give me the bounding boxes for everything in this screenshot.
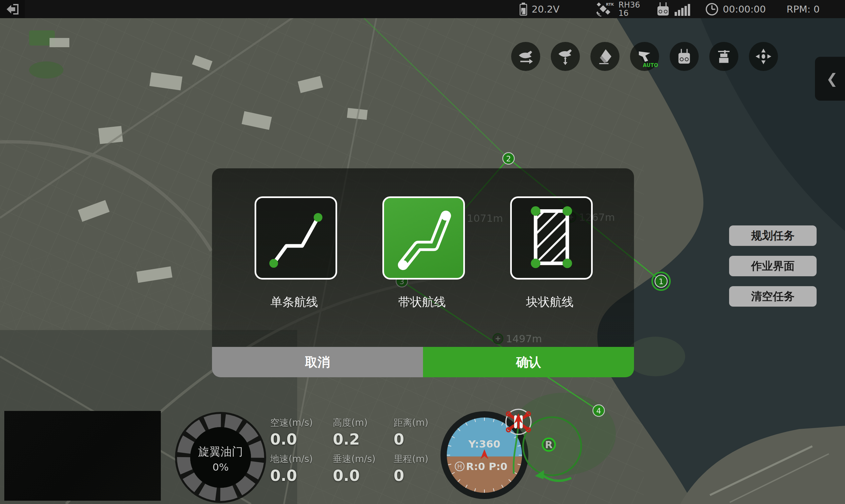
battery-voltage: 20.2V [532, 4, 559, 15]
remote-controller-icon [655, 2, 671, 17]
route-card-band[interactable] [382, 196, 465, 280]
flight-time-status: 00:00:00 [705, 0, 766, 18]
remote-controller-icon [675, 48, 693, 65]
chevron-left-icon: ❮ [826, 71, 838, 87]
auto-mode-label: AUTO [643, 62, 658, 68]
block-route-icon [512, 198, 591, 278]
band-route-icon [384, 198, 463, 278]
rpm-value: RPM: 0 [787, 4, 820, 15]
link-signal-status [655, 0, 691, 18]
rtk-satellite-count: 16 [618, 9, 640, 18]
layers-stack-icon [715, 48, 733, 65]
metric-airspeed: 空速(m/s) 0.0 [270, 416, 313, 448]
battery-icon [519, 3, 528, 16]
metric-label: 高度(m) [333, 416, 368, 429]
plane-landing-icon [557, 48, 574, 65]
cancel-button[interactable]: 取消 [212, 347, 423, 377]
clear-mission-button[interactable]: 清空任务 [729, 286, 816, 307]
single-line-route-icon [256, 198, 335, 278]
radius-badge[interactable]: R [543, 438, 555, 451]
waypoint-1[interactable]: 1 [652, 272, 670, 290]
route-label-band: 带状航线 [381, 294, 463, 310]
plan-mission-button[interactable]: 规划任务 [729, 226, 816, 246]
throttle-gauge: 旋翼油门 0% [174, 411, 267, 504]
metric-value: 0.2 [333, 430, 368, 448]
metric-value: 0.0 [270, 467, 313, 485]
throttle-value: 0% [212, 461, 229, 473]
eraser-icon [596, 48, 614, 65]
svg-text:RTK: RTK [606, 2, 614, 6]
toolbar-auto-pointer-button[interactable]: AUTO [630, 42, 659, 71]
route-line-offscreen [347, 2, 509, 158]
video-feed[interactable] [4, 411, 161, 501]
route-label-single-line: 单条航线 [253, 294, 335, 310]
route-card-single-line[interactable] [254, 196, 337, 280]
flight-time-value: 00:00:00 [723, 4, 766, 15]
waypoint-number: 2 [506, 155, 511, 163]
toolbar-layers-stack-button[interactable] [709, 42, 738, 71]
work-interface-button[interactable]: 作业界面 [729, 256, 816, 276]
route-label-block: 块状航线 [509, 294, 591, 310]
toolbar-plane-forward-button[interactable] [511, 42, 540, 71]
metric-label: 地速(m/s) [270, 453, 313, 465]
metric-value: 0.0 [270, 430, 313, 448]
confirm-button[interactable]: 确认 [423, 347, 634, 377]
route-card-block[interactable] [510, 196, 593, 280]
rtk-status: RTK RH36 16 [596, 0, 640, 18]
route-type-dialog: 单条航线 带状航线 块状航线 取消 确认 [212, 168, 634, 377]
metric-verticalspeed: 垂速(m/s) 0.0 [333, 453, 375, 485]
drone-map-overlay: R [423, 390, 608, 504]
toolbar-remote-controller-button[interactable] [670, 42, 699, 71]
signal-bars-icon [675, 3, 691, 16]
battery-status: 20.2V [519, 0, 559, 18]
rpm-status: RPM: 0 [787, 0, 820, 18]
waypoint-number: 1 [659, 277, 664, 286]
metric-label: 垂速(m/s) [333, 453, 375, 465]
toolbar-pan-move-button[interactable] [749, 42, 778, 71]
back-button[interactable] [0, 0, 25, 18]
metric-value: 0.0 [333, 467, 375, 485]
waypoint-2[interactable]: 2 [503, 153, 514, 164]
toolbar-eraser-button[interactable] [591, 42, 619, 71]
side-panel-collapse-tab[interactable]: ❮ [815, 57, 845, 101]
app-window: 1071m 1267m 1497m 1 2 3 4 [0, 0, 845, 504]
plane-forward-icon [517, 48, 534, 65]
throttle-label: 旋翼油门 [198, 445, 243, 458]
rtk-satellite-icon: RTK [596, 2, 615, 17]
drone-marker[interactable] [506, 409, 531, 434]
svg-text:R: R [545, 439, 552, 451]
metric-altitude: 高度(m) 0.2 [333, 416, 368, 448]
rtk-station-id: RH36 [618, 1, 640, 9]
clock-icon [705, 2, 719, 16]
metric-groundspeed: 地速(m/s) 0.0 [270, 453, 313, 485]
metric-label: 空速(m/s) [270, 416, 313, 429]
toolbar-plane-landing-button[interactable] [551, 42, 580, 71]
exit-arrow-icon [5, 3, 20, 16]
pan-move-icon [755, 48, 772, 65]
